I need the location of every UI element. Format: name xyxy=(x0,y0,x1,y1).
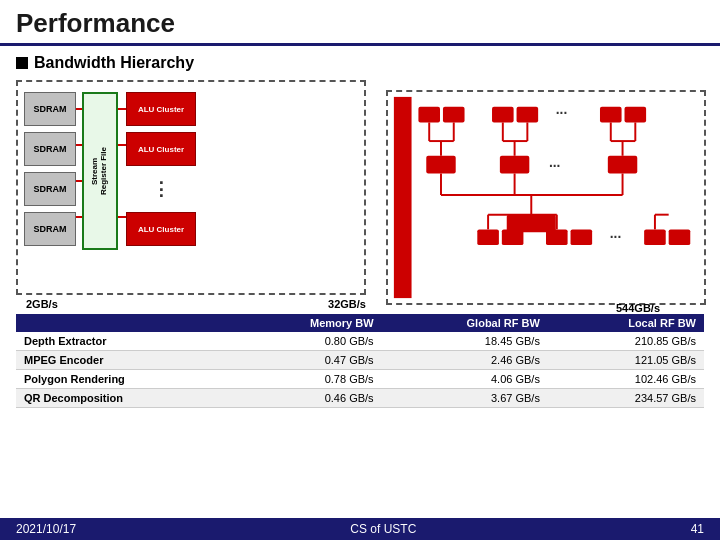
table-row: MPEG Encoder 0.47 GB/s 2.46 GB/s 121.05 … xyxy=(16,351,704,370)
svg-rect-40 xyxy=(644,229,666,245)
svg-rect-10 xyxy=(517,107,539,123)
svg-text:···: ··· xyxy=(556,106,567,121)
page-title: Performance xyxy=(16,8,704,39)
row-4-global-rf-bw: 3.67 GB/s xyxy=(382,389,548,408)
section-title: Bandwidth Hierarchy xyxy=(16,54,704,72)
tree-diagram: ··· xyxy=(386,90,706,305)
bw-544gb: 544GB/s xyxy=(616,298,660,316)
row-3-name: Polygon Rendering xyxy=(16,370,234,389)
stream-register-file: StreamRegister File xyxy=(82,92,118,250)
footer-date: 2021/10/17 xyxy=(16,522,76,536)
svg-rect-35 xyxy=(477,229,499,245)
row-1-global-rf-bw: 18.45 GB/s xyxy=(382,332,548,351)
row-2-global-rf-bw: 2.46 GB/s xyxy=(382,351,548,370)
table-header-row: Memory BW Global RF BW Local RF BW xyxy=(16,314,704,332)
alu-cluster-2: ALU Cluster xyxy=(126,132,196,166)
alu-dots: ⋮ xyxy=(126,172,196,206)
svg-rect-12 xyxy=(600,107,622,123)
row-2-memory-bw: 0.47 GB/s xyxy=(234,351,382,370)
arch-diagram: SDRAM SDRAM SDRAM SDRAM StreamRegister F… xyxy=(16,80,366,295)
bw-labels: 2GB/s 32GB/s xyxy=(16,298,376,310)
sdram-column: SDRAM SDRAM SDRAM SDRAM xyxy=(24,92,76,246)
svg-rect-28 xyxy=(608,156,637,174)
row-4-memory-bw: 0.46 GB/s xyxy=(234,389,382,408)
alu-cluster-1: ALU Cluster xyxy=(126,92,196,126)
alu-column: ALU Cluster ALU Cluster ⋮ ALU Cluster xyxy=(126,92,196,246)
row-2-local-rf-bw: 121.05 GB/s xyxy=(548,351,704,370)
footer-page: 41 xyxy=(691,522,704,536)
section-title-text: Bandwidth Hierarchy xyxy=(34,54,194,72)
svg-rect-27 xyxy=(500,156,529,174)
bw-32gb: 32GB/s xyxy=(328,298,366,310)
svg-rect-48 xyxy=(394,97,412,298)
sdram-box-2: SDRAM xyxy=(24,132,76,166)
bandwidth-table: Memory BW Global RF BW Local RF BW Depth… xyxy=(16,314,704,408)
svg-rect-7 xyxy=(418,107,440,123)
row-2-name: MPEG Encoder xyxy=(16,351,234,370)
col-header-local-rf-bw: Local RF BW xyxy=(548,314,704,332)
bullet-icon xyxy=(16,57,28,69)
row-3-local-rf-bw: 102.46 GB/s xyxy=(548,370,704,389)
header: Performance xyxy=(0,0,720,46)
sdram-box-1: SDRAM xyxy=(24,92,76,126)
table: Memory BW Global RF BW Local RF BW Depth… xyxy=(16,314,704,408)
svg-rect-8 xyxy=(443,107,465,123)
row-1-name: Depth Extractor xyxy=(16,332,234,351)
svg-rect-38 xyxy=(571,229,593,245)
sdram-box-4: SDRAM xyxy=(24,212,76,246)
table-row: Polygon Rendering 0.78 GB/s 4.06 GB/s 10… xyxy=(16,370,704,389)
svg-rect-9 xyxy=(492,107,514,123)
col-header-memory-bw: Memory BW xyxy=(234,314,382,332)
sdram-box-3: SDRAM xyxy=(24,172,76,206)
table-row: Depth Extractor 0.80 GB/s 18.45 GB/s 210… xyxy=(16,332,704,351)
svg-rect-41 xyxy=(669,229,691,245)
srf-label: StreamRegister File xyxy=(91,147,109,195)
svg-text:···: ··· xyxy=(549,159,560,174)
row-3-memory-bw: 0.78 GB/s xyxy=(234,370,382,389)
col-header-name xyxy=(16,314,234,332)
top-alu-group: ··· xyxy=(418,106,646,122)
row-4-name: QR Decomposition xyxy=(16,389,234,408)
svg-rect-26 xyxy=(426,156,455,174)
svg-text:···: ··· xyxy=(610,230,621,245)
col-header-global-rf-bw: Global RF BW xyxy=(382,314,548,332)
table-header: Memory BW Global RF BW Local RF BW xyxy=(16,314,704,332)
table-row: QR Decomposition 0.46 GB/s 3.67 GB/s 234… xyxy=(16,389,704,408)
bw-2gb: 2GB/s xyxy=(26,298,58,310)
tree-svg: ··· xyxy=(388,92,704,303)
row-1-memory-bw: 0.80 GB/s xyxy=(234,332,382,351)
row-4-local-rf-bw: 234.57 GB/s xyxy=(548,389,704,408)
svg-rect-42 xyxy=(507,215,556,233)
diagram-row: SDRAM SDRAM SDRAM SDRAM StreamRegister F… xyxy=(16,80,704,310)
footer-center: CS of USTC xyxy=(350,522,416,536)
main-content: Bandwidth Hierarchy SDRAM SDRAM SDRAM SD… xyxy=(0,46,720,416)
footer: 2021/10/17 CS of USTC 41 xyxy=(0,518,720,540)
svg-rect-13 xyxy=(625,107,647,123)
row-1-local-rf-bw: 210.85 GB/s xyxy=(548,332,704,351)
alu-cluster-3: ALU Cluster xyxy=(126,212,196,246)
table-body: Depth Extractor 0.80 GB/s 18.45 GB/s 210… xyxy=(16,332,704,408)
row-3-global-rf-bw: 4.06 GB/s xyxy=(382,370,548,389)
